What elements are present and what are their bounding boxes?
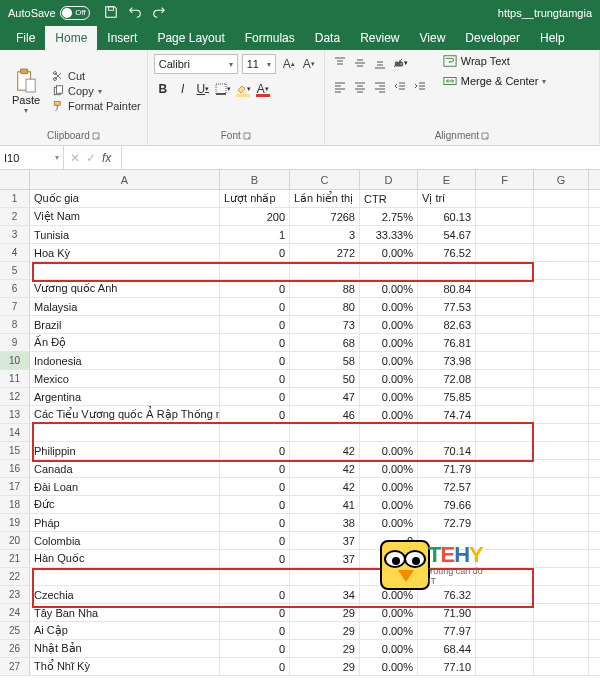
row-header[interactable]: 16 [0, 460, 30, 477]
cell[interactable]: 77.53 [418, 298, 476, 315]
cell[interactable]: 0 [220, 586, 290, 603]
align-center-icon[interactable] [351, 78, 369, 96]
cell[interactable]: Brazil [30, 316, 220, 333]
row-header[interactable]: 24 [0, 604, 30, 621]
row-header[interactable]: 20 [0, 532, 30, 549]
cell[interactable] [534, 352, 589, 369]
row-header[interactable]: 4 [0, 244, 30, 261]
row-header[interactable]: 25 [0, 622, 30, 639]
cell[interactable] [418, 424, 476, 441]
cell[interactable] [534, 586, 589, 603]
cell[interactable] [360, 262, 418, 279]
cell[interactable] [360, 424, 418, 441]
cell[interactable]: 80 [290, 298, 360, 315]
cell[interactable]: 272 [290, 244, 360, 261]
cell[interactable]: 46 [290, 406, 360, 423]
cell[interactable]: Lần hiển thị [290, 190, 360, 207]
row-header[interactable]: 2 [0, 208, 30, 225]
cell[interactable]: 0 [220, 460, 290, 477]
cell[interactable] [534, 190, 589, 207]
cell[interactable]: 0.00% [360, 406, 418, 423]
column-header-F[interactable]: F [476, 170, 534, 189]
cell[interactable]: 79.66 [418, 496, 476, 513]
row-header[interactable]: 9 [0, 334, 30, 351]
undo-icon[interactable] [128, 5, 142, 21]
cell[interactable] [534, 496, 589, 513]
column-header-D[interactable]: D [360, 170, 418, 189]
cell[interactable] [476, 658, 534, 675]
cell[interactable] [476, 424, 534, 441]
cell[interactable]: 0.00% [360, 496, 418, 513]
cell[interactable]: Nhật Bản [30, 640, 220, 657]
cell[interactable]: 77.97 [418, 622, 476, 639]
cell[interactable]: 42 [290, 460, 360, 477]
cell[interactable] [290, 424, 360, 441]
cell[interactable]: 34 [290, 586, 360, 603]
cell[interactable]: 54.67 [418, 226, 476, 243]
cell[interactable]: 0.00% [360, 334, 418, 351]
cell[interactable] [418, 568, 476, 585]
decrease-indent-icon[interactable] [391, 78, 409, 96]
cell[interactable]: 0 [220, 640, 290, 657]
cell[interactable]: 0 [360, 532, 418, 549]
cell[interactable]: 0 [220, 298, 290, 315]
cell[interactable]: 29 [290, 658, 360, 675]
cell[interactable] [418, 550, 476, 567]
worksheet[interactable]: ABCDEFG 1Quốc giaLượt nhấpLần hiển thịCT… [0, 170, 600, 676]
increase-indent-icon[interactable] [411, 78, 429, 96]
cell[interactable] [534, 424, 589, 441]
cell[interactable]: 0 [220, 622, 290, 639]
cell[interactable] [534, 406, 589, 423]
cell[interactable] [476, 532, 534, 549]
cell[interactable] [476, 316, 534, 333]
cell[interactable] [476, 568, 534, 585]
cell[interactable]: Các Tiểu Vương quốc Ả Rập Thống nhất [30, 406, 220, 423]
cell[interactable]: Vị trí [418, 190, 476, 207]
cell[interactable] [476, 280, 534, 297]
row-header[interactable]: 21 [0, 550, 30, 567]
wrap-text-button[interactable]: Wrap Text [443, 54, 547, 68]
cell[interactable] [534, 640, 589, 657]
cell[interactable]: 68.44 [418, 640, 476, 657]
cell[interactable]: 0.00% [360, 622, 418, 639]
cell[interactable] [418, 532, 476, 549]
paste-button[interactable]: Paste ▾ [6, 54, 46, 128]
cell[interactable] [534, 478, 589, 495]
tab-review[interactable]: Review [350, 26, 409, 50]
cell[interactable]: 33.33% [360, 226, 418, 243]
cell[interactable]: Tây Ban Nha [30, 604, 220, 621]
cell[interactable]: Czechia [30, 586, 220, 603]
cell[interactable]: 76.81 [418, 334, 476, 351]
cell[interactable] [534, 298, 589, 315]
cell[interactable]: 0 [220, 244, 290, 261]
cell[interactable] [476, 460, 534, 477]
decrease-font-icon[interactable]: A▾ [300, 55, 318, 73]
cell[interactable]: Canada [30, 460, 220, 477]
tab-view[interactable]: View [410, 26, 456, 50]
cell[interactable] [476, 190, 534, 207]
cell[interactable]: 0 [220, 442, 290, 459]
cell[interactable]: 0 [220, 658, 290, 675]
cell[interactable]: 41 [290, 496, 360, 513]
row-header[interactable]: 12 [0, 388, 30, 405]
cell[interactable] [290, 568, 360, 585]
row-header[interactable]: 23 [0, 586, 30, 603]
enter-formula-icon[interactable]: ✓ [86, 151, 96, 165]
cell[interactable]: 0.00% [360, 442, 418, 459]
cell[interactable]: Hàn Quốc [30, 550, 220, 567]
cell[interactable]: 0.00% [360, 352, 418, 369]
cell[interactable] [476, 550, 534, 567]
cell[interactable] [476, 442, 534, 459]
row-header[interactable]: 5 [0, 262, 30, 279]
cell[interactable] [534, 622, 589, 639]
cell[interactable]: 71.90 [418, 604, 476, 621]
formula-bar[interactable] [122, 146, 600, 169]
column-header-E[interactable]: E [418, 170, 476, 189]
cell[interactable]: 0 [220, 280, 290, 297]
cell[interactable]: 0 [220, 514, 290, 531]
cell[interactable]: 72.79 [418, 514, 476, 531]
cell[interactable]: 76.52 [418, 244, 476, 261]
cell[interactable]: 29 [290, 604, 360, 621]
cell[interactable]: 0.00% [360, 640, 418, 657]
cell[interactable]: 50 [290, 370, 360, 387]
